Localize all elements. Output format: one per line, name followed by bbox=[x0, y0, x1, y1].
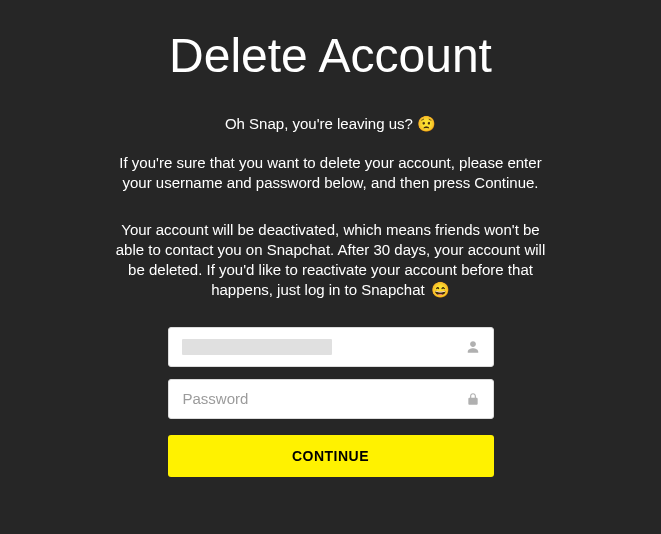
subtitle: Oh Snap, you're leaving us? 😟 bbox=[225, 115, 436, 133]
delete-form: CONTINUE bbox=[0, 327, 661, 477]
lock-icon bbox=[466, 392, 480, 406]
page-title: Delete Account bbox=[169, 28, 492, 83]
user-icon bbox=[466, 340, 480, 354]
username-field-wrap bbox=[168, 327, 494, 367]
deactivation-paragraph: Your account will be deactivated, which … bbox=[111, 220, 551, 301]
password-field-wrap bbox=[168, 379, 494, 419]
username-redacted-mask bbox=[182, 339, 332, 355]
instruction-paragraph: If you're sure that you want to delete y… bbox=[111, 153, 551, 194]
subtitle-text: Oh Snap, you're leaving us? bbox=[225, 115, 417, 132]
worried-face-icon: 😟 bbox=[417, 115, 436, 132]
deactivation-text: Your account will be deactivated, which … bbox=[116, 221, 545, 299]
password-input[interactable] bbox=[168, 379, 494, 419]
continue-button[interactable]: CONTINUE bbox=[168, 435, 494, 477]
smile-face-icon: 😄 bbox=[431, 281, 450, 298]
